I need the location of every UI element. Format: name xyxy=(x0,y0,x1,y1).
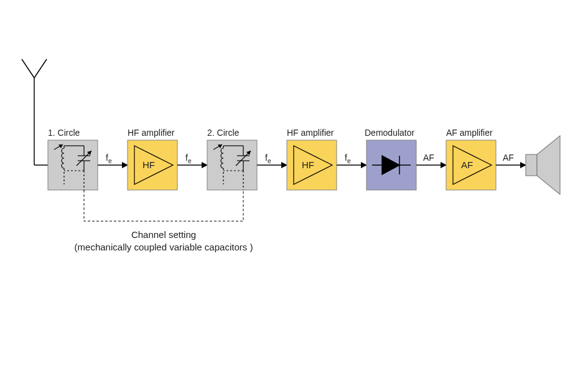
block-demodulator: Demodulator xyxy=(365,128,416,190)
signal-fe-2: fe xyxy=(177,153,207,165)
signal-fe-3: fe xyxy=(257,153,287,165)
svg-text:fe: fe xyxy=(345,153,351,164)
label-circle-1: 1. Circle xyxy=(48,128,80,138)
signal-af-1: AF xyxy=(416,153,446,165)
signal-fe-4: fe xyxy=(337,153,366,165)
signal-af-2: AF xyxy=(496,153,526,165)
signal-fe-1: fe xyxy=(98,153,128,165)
label-af-amp: AF amplifier xyxy=(446,128,493,138)
svg-text:AF: AF xyxy=(461,159,473,170)
label-demodulator: Demodulator xyxy=(365,128,414,138)
speaker-icon xyxy=(526,136,560,194)
label-hf-amp-2: HF amplifier xyxy=(287,128,334,138)
antenna-icon xyxy=(22,59,48,165)
label-hf-amp-1: HF amplifier xyxy=(128,128,175,138)
svg-text:fe: fe xyxy=(106,153,112,164)
label-circle-2: 2. Circle xyxy=(207,128,240,138)
svg-rect-25 xyxy=(207,140,257,190)
svg-text:AF: AF xyxy=(423,153,434,163)
radio-receiver-diagram: 1. Circle fe xyxy=(0,0,588,380)
caption-line-2: (mechanically coupled variable capacitor… xyxy=(75,242,253,252)
svg-rect-4 xyxy=(48,140,98,190)
caption-line-1: Channel setting xyxy=(131,229,196,240)
svg-line-2 xyxy=(34,59,47,78)
svg-line-1 xyxy=(22,59,34,78)
block-af-amp: AF amplifier AF xyxy=(446,128,496,190)
svg-text:HF: HF xyxy=(142,159,155,170)
svg-text:fe: fe xyxy=(265,153,271,164)
mechanical-coupling xyxy=(84,190,243,221)
svg-text:AF: AF xyxy=(503,153,514,163)
block-circle-2: 2. Circle xyxy=(207,128,257,190)
svg-text:HF: HF xyxy=(302,159,314,170)
svg-marker-59 xyxy=(537,136,560,194)
svg-text:fe: fe xyxy=(185,153,192,164)
block-hf-amp-2: HF amplifier HF xyxy=(287,128,337,190)
block-circle-1: 1. Circle xyxy=(48,128,98,190)
svg-rect-58 xyxy=(526,154,537,176)
block-hf-amp-1: HF amplifier HF xyxy=(128,128,177,190)
